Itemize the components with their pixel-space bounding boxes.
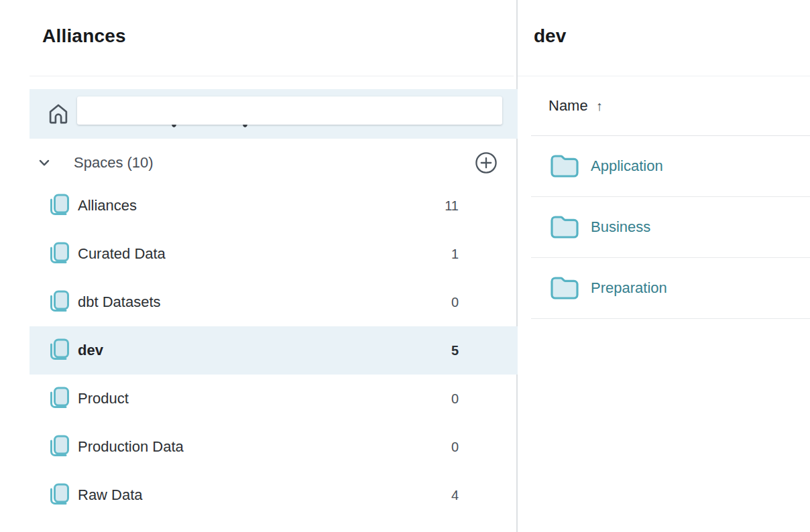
space-name: Product	[78, 390, 129, 407]
space-count: 0	[451, 391, 459, 407]
space-item-product[interactable]: Product 0	[30, 375, 518, 423]
folder-row-business[interactable]: Business	[531, 197, 810, 258]
spaces-list: Alliances 11 Curated Data 1	[30, 182, 518, 519]
space-name: Raw Data	[78, 486, 143, 504]
space-count: 11	[445, 198, 459, 214]
spaces-section-header: Spaces (10)	[30, 144, 518, 182]
chevron-down-icon[interactable]	[37, 155, 52, 170]
space-count: 5	[451, 343, 459, 358]
space-icon	[47, 289, 71, 316]
folder-row-preparation[interactable]: Preparation	[531, 258, 810, 319]
space-count: 0	[451, 295, 459, 310]
space-name: dbt Datasets	[78, 293, 161, 311]
space-name: Production Data	[78, 438, 184, 456]
space-icon	[47, 482, 71, 509]
sidebar-title-divider	[30, 76, 514, 76]
content-panel: dev Name ↑ Application	[518, 0, 810, 532]
space-count: 4	[451, 488, 459, 503]
space-icon	[47, 241, 71, 267]
page-title: dev	[518, 0, 810, 48]
space-item-alliances[interactable]: Alliances 11	[30, 182, 518, 230]
space-item-curated-data[interactable]: Curated Data 1	[30, 230, 518, 278]
sidebar: Alliances Spaces (10)	[0, 0, 518, 532]
space-name: dev	[78, 342, 103, 359]
space-count: 1	[451, 247, 459, 262]
space-item-dbt-datasets[interactable]: dbt Datasets 0	[30, 278, 518, 326]
folder-link[interactable]: Business	[591, 218, 650, 236]
folder-icon	[551, 155, 579, 178]
space-icon	[47, 192, 71, 219]
sidebar-title: Alliances	[0, 0, 516, 48]
folder-link[interactable]: Application	[591, 157, 663, 175]
app-window: Alliances Spaces (10)	[0, 0, 810, 532]
folder-icon	[551, 277, 579, 300]
add-space-button[interactable]	[475, 151, 498, 174]
home-icon	[46, 101, 71, 127]
space-icon	[47, 434, 71, 460]
space-icon	[47, 337, 71, 364]
table-header: Name ↑	[518, 76, 810, 135]
sort-ascending-icon[interactable]: ↑	[596, 98, 603, 114]
space-item-raw-data[interactable]: Raw Data 4	[30, 471, 518, 519]
home-row[interactable]	[30, 89, 518, 139]
spaces-section-label: Spaces (10)	[74, 154, 154, 172]
space-item-production-data[interactable]: Production Data 0	[30, 423, 518, 471]
name-column-header[interactable]: Name	[548, 97, 588, 115]
space-item-dev[interactable]: dev 5	[30, 326, 518, 375]
folder-list: Application Business Preparation	[531, 135, 810, 319]
space-icon	[47, 385, 71, 412]
space-count: 0	[451, 440, 459, 455]
space-name: Alliances	[78, 197, 137, 214]
space-name: Curated Data	[78, 245, 166, 263]
redacted-label-overlay	[77, 96, 502, 125]
folder-link[interactable]: Preparation	[591, 279, 667, 297]
folder-row-application[interactable]: Application	[531, 136, 810, 197]
folder-icon	[551, 216, 579, 239]
